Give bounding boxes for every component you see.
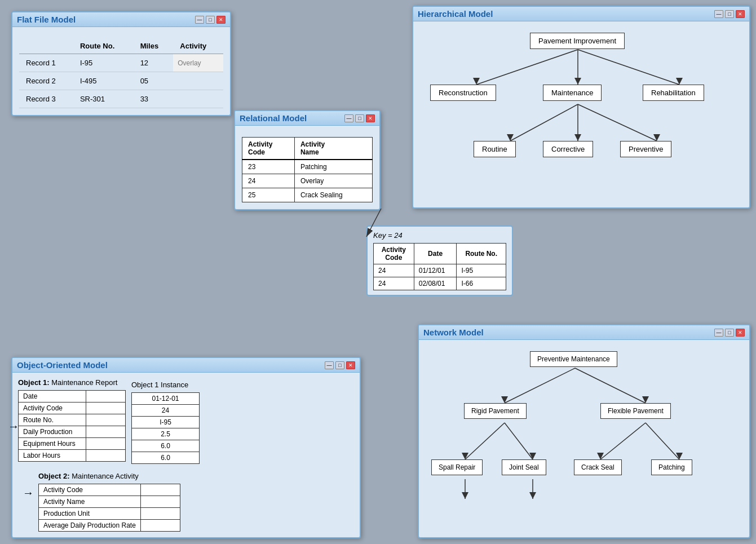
col-route: Route No. xyxy=(73,38,134,54)
flat-file-window: Flat File Model — □ ✕ Route No. Miles Ac… xyxy=(11,11,231,116)
maximize-button[interactable]: □ xyxy=(725,329,734,337)
field-name: Daily Production xyxy=(19,426,86,438)
maximize-button[interactable]: □ xyxy=(725,10,734,18)
close-button[interactable]: ✕ xyxy=(346,361,355,369)
oo-object1-table-wrap: → Date Activity Code xyxy=(18,390,126,462)
field-value xyxy=(86,414,126,426)
oo-object1-label-area: Object 1: Maintenance Report → Date Acti… xyxy=(18,378,126,462)
hier-corrective: Corrective xyxy=(543,141,593,157)
net-rigid: Rigid Pavement xyxy=(464,403,527,419)
hier-reconstruction: Reconstruction xyxy=(430,85,496,101)
minimize-button[interactable]: — xyxy=(714,10,723,18)
col-empty xyxy=(19,38,73,54)
oo-instance-table: 01-12-01 24 I-95 2.5 6.0 xyxy=(131,392,200,464)
hier-routine: Routine xyxy=(474,141,516,157)
row-route: I-495 xyxy=(73,72,134,90)
object2-arrow: → xyxy=(23,486,34,499)
row-label: Record 2 xyxy=(19,72,73,90)
oo-instance-label: Object 1 Instance xyxy=(131,381,200,389)
row-miles: 12 xyxy=(134,54,174,72)
key-info-panel: Key = 24 ActivityCode Date Route No. 24 … xyxy=(366,225,513,296)
network-lines xyxy=(426,347,742,527)
col-code: ActivityCode xyxy=(242,138,295,160)
svg-marker-27 xyxy=(529,492,536,499)
svg-marker-7 xyxy=(574,78,581,85)
window-controls: — □ ✕ xyxy=(195,16,226,24)
arrow-indicator: → xyxy=(8,419,19,432)
code-cell: 23 xyxy=(242,160,295,174)
name-cell: Crack Sealing xyxy=(294,188,372,202)
relational-title: Relational Model xyxy=(240,113,307,123)
svg-marker-26 xyxy=(462,492,468,499)
net-flexible: Flexible Pavement xyxy=(600,403,671,419)
key-code: 24 xyxy=(374,264,414,277)
maximize-button[interactable]: □ xyxy=(355,114,364,122)
table-row: Activity Code xyxy=(19,403,126,414)
svg-line-12 xyxy=(505,368,575,403)
instance-value: 2.5 xyxy=(132,428,200,440)
minimize-button[interactable]: — xyxy=(325,361,334,369)
close-button[interactable]: ✕ xyxy=(366,114,375,122)
svg-line-0 xyxy=(476,50,578,85)
key-col-code: ActivityCode xyxy=(374,244,414,264)
hier-rehabilitation: Rehabilitation xyxy=(643,85,704,101)
net-root: Preventive Maintenance xyxy=(530,351,617,367)
window-controls: — □ ✕ xyxy=(714,329,745,337)
net-crack: Crack Seal xyxy=(574,459,622,475)
close-button[interactable]: ✕ xyxy=(736,329,745,337)
minimize-button[interactable]: — xyxy=(714,329,723,337)
hierarchical-title: Hierarchical Model xyxy=(418,9,493,19)
table-row: Production Unit xyxy=(39,508,180,520)
oo-titlebar: Object-Oriented Model — □ ✕ xyxy=(12,358,360,373)
field-name: Equipment Hours xyxy=(19,438,86,450)
svg-line-5 xyxy=(578,104,657,141)
instance-value: 24 xyxy=(132,405,200,417)
row-route: SR-301 xyxy=(73,90,134,108)
hier-maintenance: Maintenance xyxy=(543,85,602,101)
hierarchical-titlebar: Hierarchical Model — □ ✕ xyxy=(413,7,749,21)
svg-line-17 xyxy=(646,423,679,459)
field-value xyxy=(86,450,126,462)
field-name: Activity Code xyxy=(19,403,86,414)
hier-diagram: Pavement Improvement Reconstruction Main… xyxy=(420,28,742,197)
field-name: Average Daily Production Rate xyxy=(39,520,141,532)
table-row: Activity Code xyxy=(39,484,180,496)
instance-value: I-95 xyxy=(132,417,200,428)
table-row: I-95 xyxy=(132,417,200,428)
key-code: 24 xyxy=(374,277,414,290)
svg-line-16 xyxy=(600,423,646,459)
col-name: ActivityName xyxy=(294,138,372,160)
window-controls: — □ ✕ xyxy=(714,10,745,18)
hier-preventive: Preventive xyxy=(620,141,671,157)
table-row: Record 3 SR-301 33 xyxy=(19,90,223,108)
close-button[interactable]: ✕ xyxy=(216,16,226,24)
table-row: Average Daily Production Rate xyxy=(39,520,180,532)
net-joint: Joint Seal xyxy=(502,459,546,475)
name-cell: Patching xyxy=(294,160,372,174)
window-controls: — □ ✕ xyxy=(344,114,375,122)
svg-line-2 xyxy=(578,50,679,85)
row-label: Record 3 xyxy=(19,90,73,108)
oo-object2-label: Object 2: Maintenance Activity xyxy=(38,472,180,480)
maximize-button[interactable]: □ xyxy=(335,361,344,369)
field-name: Production Unit xyxy=(39,508,141,520)
table-row: Date xyxy=(19,391,126,403)
field-name: Activity Name xyxy=(39,496,141,508)
minimize-button[interactable]: — xyxy=(344,114,353,122)
table-row: 6.0 xyxy=(132,440,200,452)
key-col-route: Route No. xyxy=(457,244,506,264)
field-value xyxy=(140,496,180,508)
minimize-button[interactable]: — xyxy=(195,16,204,24)
name-cell: Overlay xyxy=(294,174,372,188)
row-miles: 05 xyxy=(134,72,174,90)
table-row: Route No. xyxy=(19,414,126,426)
maximize-button[interactable]: □ xyxy=(206,16,215,24)
field-name: Activity Code xyxy=(39,484,141,496)
flat-file-title: Flat File Model xyxy=(17,15,76,24)
col-miles: Miles xyxy=(134,38,174,54)
row-activity xyxy=(173,72,223,90)
net-diagram: Preventive Maintenance Rigid Pavement Fl… xyxy=(426,347,742,527)
table-row: 23 Patching xyxy=(242,160,373,174)
close-button[interactable]: ✕ xyxy=(736,10,745,18)
instance-value: 6.0 xyxy=(132,440,200,452)
